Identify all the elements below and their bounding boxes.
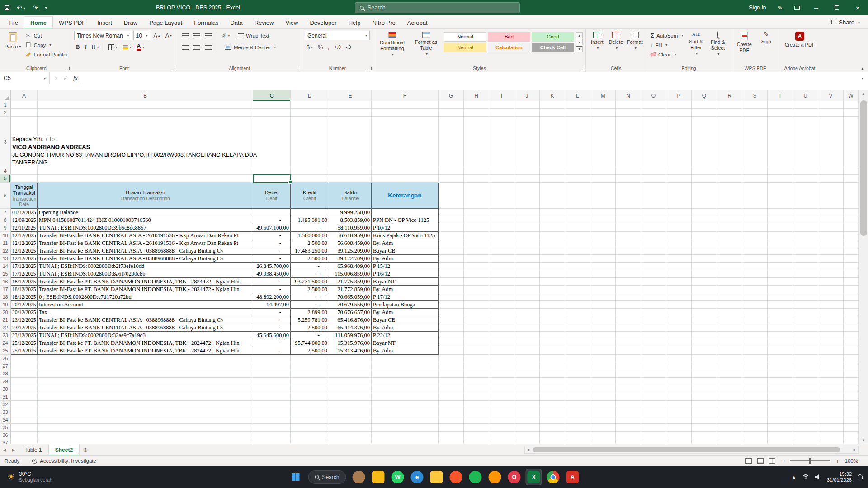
cell-D25[interactable]: 2.500,00 (291, 347, 329, 355)
cell-D19[interactable]: - (291, 301, 329, 309)
alignment-dialog-launcher[interactable] (297, 67, 300, 70)
increase-decimal-button[interactable]: +.0 (333, 42, 343, 52)
cell-B8[interactable]: MPN 041586087011424 IBIZ 010001003746560 (38, 216, 253, 224)
maximize-button[interactable] (826, 0, 847, 15)
cell-F8[interactable]: PPN DN - OP Vico 1125 (372, 216, 439, 224)
share-button[interactable]: Share ▾ (827, 18, 864, 27)
cell-A17[interactable]: 18/12/2025 (11, 286, 38, 293)
row-header-15[interactable]: 15 (0, 270, 11, 278)
column-header-j[interactable]: J (514, 90, 540, 101)
column-header-e[interactable]: E (329, 90, 372, 101)
row-header-7[interactable]: 7 (0, 209, 11, 216)
spotify-icon[interactable] (467, 469, 484, 485)
row-header-35[interactable]: 35 (0, 424, 11, 432)
align-center-button[interactable] (192, 42, 202, 52)
cell-F19[interactable]: Pendapatan Bunga (372, 301, 439, 309)
insert-function-icon[interactable]: fx (71, 72, 80, 84)
cell-B24[interactable]: Transfer BI-Fast ke PT. BANK DANAMON IND… (38, 339, 253, 347)
middle-align-button[interactable] (192, 31, 202, 40)
cell-E24[interactable]: 15.315.976,00 (329, 339, 372, 347)
cell-F23[interactable]: P 22/12 (372, 332, 439, 339)
enter-icon[interactable]: ✓ (61, 72, 71, 84)
column-header-l[interactable]: L (565, 90, 590, 101)
font-size-select[interactable]: 10▾ (133, 31, 151, 40)
row-header-2[interactable]: 2 (0, 109, 11, 117)
column-header-s[interactable]: S (742, 90, 768, 101)
number-dialog-launcher[interactable] (368, 67, 372, 70)
column-header-h[interactable]: H (464, 90, 489, 101)
cell-D22[interactable]: 2.500,00 (291, 324, 329, 332)
cell-D9[interactable]: - (291, 224, 329, 232)
cell-C14[interactable]: 26.845.700,00 (253, 263, 291, 270)
weather-widget[interactable]: ☀ 30°C Sebagian cerah (0, 466, 60, 488)
ribbon-tab-page-layout[interactable]: Page Layout (143, 17, 188, 28)
cell-E21[interactable]: 65.416.876,00 (329, 316, 372, 324)
normal-view-icon[interactable] (745, 458, 752, 464)
cell-C12[interactable]: - (253, 247, 291, 255)
cell-A22[interactable]: 23/12/2025 (11, 324, 38, 332)
row-header-33[interactable]: 33 (0, 408, 11, 416)
folder-icon[interactable] (429, 469, 445, 485)
cell-F16[interactable]: Bayar NT (372, 278, 439, 286)
cell-A11[interactable]: 12/12/2025 (11, 239, 38, 247)
cell-A24[interactable]: 25/12/2025 (11, 339, 38, 347)
cell-E11[interactable]: 56.608.459,00 (329, 239, 372, 247)
cell-F18[interactable]: P 17/12 (372, 293, 439, 301)
name-box[interactable]: C5▾ (0, 72, 50, 84)
cell-E16[interactable]: 21.775.359,00 (329, 278, 372, 286)
cell-B15[interactable]: TUNAI ; ESB:INDS:0002800D:8a6f70200c8b (38, 270, 253, 278)
row-header-12[interactable]: 12 (0, 247, 11, 255)
cell-style-check-cell[interactable]: Check Cell (532, 43, 574, 52)
cell-A14[interactable]: 17/12/2025 (11, 263, 38, 270)
column-header-v[interactable]: V (818, 90, 844, 101)
cell-F20[interactable]: By. Adm (372, 309, 439, 316)
ribbon-tab-data[interactable]: Data (224, 17, 248, 28)
redo-icon[interactable]: ↷ (33, 5, 38, 11)
cell-A18[interactable]: 18/12/2025 (11, 293, 38, 301)
taskbar-search[interactable]: Search (308, 470, 346, 484)
row-header-11[interactable]: 11 (0, 239, 11, 247)
cell-A21[interactable]: 23/12/2025 (11, 316, 38, 324)
scroll-up-icon[interactable]: ▲ (862, 92, 865, 96)
column-header-p[interactable]: P (666, 90, 692, 101)
cell-E13[interactable]: 39.122.709,00 (329, 255, 372, 263)
cell-C18[interactable]: 48.892.200,00 (253, 293, 291, 301)
cell-C15[interactable]: 49.038.450,00 (253, 270, 291, 278)
cell-F22[interactable]: By. Adm (372, 324, 439, 332)
cell-F11[interactable]: By. Adm (372, 239, 439, 247)
edge-icon[interactable]: e (409, 469, 425, 485)
selected-cell-c5[interactable] (253, 174, 291, 183)
row-header-34[interactable]: 34 (0, 416, 11, 424)
table-header-debet[interactable]: DebetDebit (253, 183, 291, 209)
cell-D24[interactable]: 95.744.000,00 (291, 339, 329, 347)
horizontal-scroll-thumb[interactable] (533, 447, 840, 452)
cell-C8[interactable]: - (253, 216, 291, 224)
cell-B23[interactable]: TUNAI ; ESB:INDS:0002800D:32ae9c7a19d3 (38, 332, 253, 339)
cell-E25[interactable]: 15.313.476,00 (329, 347, 372, 355)
fill-color-button[interactable]: ▾ (121, 42, 133, 52)
bold-button[interactable]: B (74, 42, 81, 52)
formula-bar-expand-icon[interactable]: ▾ (857, 72, 868, 84)
conditional-formatting-button[interactable]: Conditional Formatting▾ (376, 31, 408, 57)
cell-C21[interactable]: - (253, 316, 291, 324)
underline-button[interactable]: U▾ (90, 42, 101, 52)
cell-C20[interactable]: - (253, 309, 291, 316)
row-header-25[interactable]: 25 (0, 347, 11, 355)
sheet-nav-left-icon[interactable]: ◀ (0, 448, 9, 452)
copy-button[interactable]: Copy▾ (24, 40, 69, 50)
table-header-saldo[interactable]: SaldoBalance (329, 183, 372, 209)
accessibility-status[interactable]: Accessibility: Investigate (32, 458, 96, 464)
column-header-k[interactable]: K (540, 90, 565, 101)
column-header-r[interactable]: R (717, 90, 742, 101)
delete-cells-button[interactable]: Delete▾ (608, 31, 625, 51)
cell-B13[interactable]: Transfer BI-Fast ke BANK CENTRAL ASIA - … (38, 255, 253, 263)
table-header-tanggal-transaksi[interactable]: Tanggal TransaksiTransaction Date (11, 183, 38, 209)
styles-dialog-launcher[interactable] (580, 67, 584, 70)
scroll-left-icon[interactable]: ◀ (527, 448, 529, 452)
row-header-29[interactable]: 29 (0, 378, 11, 385)
cell-D11[interactable]: 2.500,00 (291, 239, 329, 247)
whatsapp-icon[interactable]: W (390, 469, 406, 485)
cell-A7[interactable]: 01/12/2025 (11, 209, 38, 216)
row-header-3[interactable]: 3 (0, 117, 11, 167)
cell-D12[interactable]: 17.483.250,00 (291, 247, 329, 255)
